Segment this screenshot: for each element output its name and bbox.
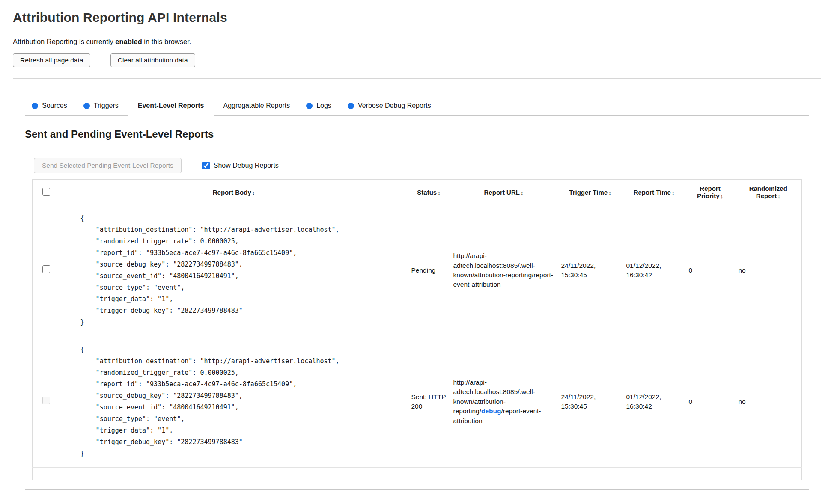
send-selected-button[interactable]: Send Selected Pending Event-Level Report… [34, 158, 182, 173]
divider [13, 78, 821, 79]
page-title: Attribution Reporting API Internals [13, 10, 821, 25]
col-header-report-url[interactable]: Report URL↕ [450, 180, 558, 205]
col-report-priority-label: Report Priority [697, 185, 721, 199]
col-report-url-label: Report URL [484, 189, 520, 196]
report-status: Sent: HTTP 200 [408, 336, 450, 468]
report-url: http://arapi-adtech.localhost:8085/.well… [450, 205, 558, 336]
report-priority: 0 [685, 205, 735, 336]
status-prefix: Attribution Reporting is currently [13, 38, 115, 45]
col-status-label: Status [417, 189, 437, 196]
clear-all-button[interactable]: Clear all attribution data [110, 53, 195, 67]
tab-triggers-label: Triggers [94, 102, 119, 110]
randomized-report: no [735, 205, 802, 336]
reports-panel: Send Selected Pending Event-Level Report… [25, 149, 809, 490]
col-header-report-time[interactable]: Report Time↕ [623, 180, 685, 205]
triggers-status-dot-icon [83, 103, 90, 109]
col-header-status[interactable]: Status↕ [408, 180, 450, 205]
sources-status-dot-icon [32, 103, 38, 109]
report-url-text: http://arapi-adtech.localhost:8085/.well… [453, 252, 553, 288]
tab-strip: Sources Triggers Event-Level Reports Agg… [25, 96, 809, 116]
tab-aggregatable-reports-label: Aggregatable Reports [223, 102, 290, 110]
col-report-time-label: Report Time [634, 189, 671, 196]
table-footer-row [33, 468, 802, 480]
tab-aggregatable-reports[interactable]: Aggregatable Reports [217, 96, 297, 115]
report-body-json: { "attribution_destination": "http://ara… [80, 213, 405, 328]
attribution-internals-page: Attribution Reporting API Internals Attr… [0, 0, 834, 503]
tab-verbose-debug-reports[interactable]: Verbose Debug Reports [341, 96, 438, 115]
col-report-body-label: Report Body [213, 189, 251, 196]
tab-triggers[interactable]: Triggers [77, 96, 125, 115]
sort-icon: ↕ [521, 190, 524, 196]
report-time: 01/12/2022, 16:30:42 [623, 205, 685, 336]
section-heading: Sent and Pending Event-Level Reports [25, 128, 809, 140]
reports-table: Report Body↕ Status↕ Report URL↕ Trigger… [32, 179, 802, 480]
debug-highlight: debug [481, 407, 501, 415]
report-row: { "attribution_destination": "http://ara… [33, 205, 802, 336]
col-trigger-time-label: Trigger Time [569, 189, 608, 196]
trigger-time: 24/11/2022, 15:30:45 [558, 336, 623, 468]
report-url: http://arapi-adtech.localhost:8085/.well… [450, 336, 558, 468]
report-row: { "attribution_destination": "http://ara… [33, 336, 802, 468]
select-all-header[interactable] [33, 180, 60, 205]
refresh-all-button[interactable]: Refresh all page data [13, 53, 90, 67]
report-priority: 0 [685, 336, 735, 468]
select-all-checkbox[interactable] [42, 188, 50, 196]
tab-sources-label: Sources [42, 102, 67, 110]
tab-sources[interactable]: Sources [25, 96, 74, 115]
panel-controls: Send Selected Pending Event-Level Report… [34, 158, 802, 173]
status-suffix: in this browser. [142, 38, 191, 45]
top-buttons: Refresh all page data Clear all attribut… [13, 53, 821, 67]
status-text: Attribution Reporting is currently enabl… [13, 38, 821, 46]
sort-icon: ↕ [252, 190, 255, 196]
sort-icon: ↕ [721, 193, 724, 199]
col-header-trigger-time[interactable]: Trigger Time↕ [558, 180, 623, 205]
col-randomized-report-label: Randomized Report [749, 185, 787, 199]
sort-icon: ↕ [438, 190, 441, 196]
col-header-randomized-report[interactable]: Randomized Report↕ [735, 180, 802, 205]
tab-event-level-reports-label: Event-Level Reports [138, 102, 204, 110]
row-checkbox [42, 397, 50, 404]
report-time: 01/12/2022, 16:30:42 [623, 336, 685, 468]
row-checkbox[interactable] [42, 265, 50, 273]
report-body-json: { "attribution_destination": "http://ara… [80, 344, 405, 460]
tab-logs[interactable]: Logs [299, 96, 338, 115]
logs-status-dot-icon [306, 103, 313, 109]
show-debug-checkbox[interactable] [202, 162, 210, 169]
tab-verbose-debug-reports-label: Verbose Debug Reports [358, 102, 431, 110]
col-header-report-priority[interactable]: Report Priority↕ [685, 180, 735, 205]
status-enabled: enabled [115, 38, 142, 45]
col-header-report-body[interactable]: Report Body↕ [60, 180, 408, 205]
sort-icon: ↕ [608, 190, 611, 196]
tab-event-level-reports[interactable]: Event-Level Reports [128, 96, 214, 116]
table-header-row: Report Body↕ Status↕ Report URL↕ Trigger… [33, 180, 802, 205]
trigger-time: 24/11/2022, 15:30:45 [558, 205, 623, 336]
content-area: Sources Triggers Event-Level Reports Agg… [25, 96, 809, 490]
sort-icon: ↕ [672, 190, 675, 196]
show-debug-label: Show Debug Reports [214, 162, 279, 169]
tab-logs-label: Logs [316, 102, 331, 110]
randomized-report: no [735, 336, 802, 468]
sort-icon: ↕ [777, 193, 780, 199]
verbose-debug-status-dot-icon [348, 103, 354, 109]
report-status: Pending [408, 205, 450, 336]
show-debug-toggle[interactable]: Show Debug Reports [202, 162, 279, 169]
